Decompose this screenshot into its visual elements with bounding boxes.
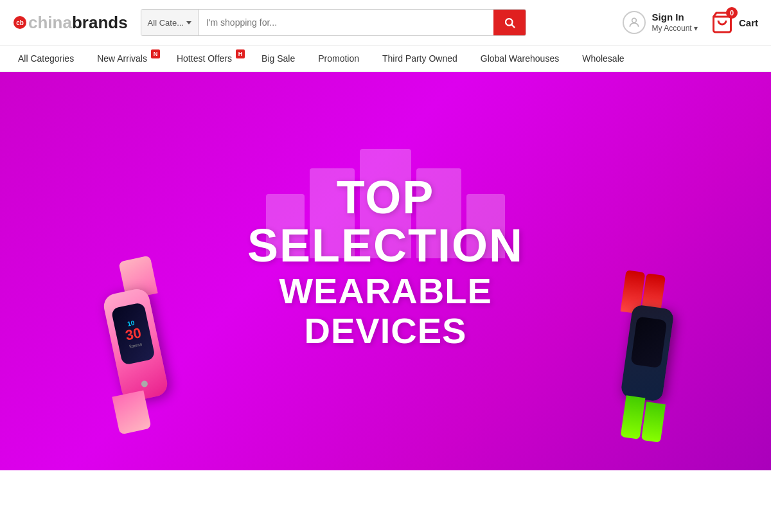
hero-line1: TOP <box>193 174 578 220</box>
cart-badge: 0 <box>726 7 738 19</box>
band-screen-text2: 30 <box>124 326 143 343</box>
search-button[interactable] <box>493 10 526 35</box>
hero-text: TOP SELECTION WEARABLE DEVICES <box>193 174 578 350</box>
nav-item-global-warehouses[interactable]: Global Warehouses <box>469 46 571 71</box>
search-input[interactable] <box>199 10 493 35</box>
nav-item-wholesale[interactable]: Wholesale <box>571 46 635 71</box>
band-left-screen: 10 30 fitness <box>111 302 155 366</box>
band-right-screen <box>630 316 667 368</box>
svg-point-4 <box>632 18 636 22</box>
band-right <box>610 271 694 445</box>
header: cb chinabrands All Cate... <box>0 0 771 45</box>
band-left: 10 30 fitness <box>103 265 186 432</box>
hero-line2: SELECTION <box>193 220 578 271</box>
account-text: Sign In My Account ▾ <box>652 11 698 33</box>
nav-list: All Categories New Arrivals N Hottest Of… <box>0 46 771 71</box>
nav-item-promotion[interactable]: Promotion <box>306 46 371 71</box>
logo[interactable]: cb chinabrands <box>13 13 128 33</box>
band-right-body <box>620 304 675 402</box>
search-category-label: All Cate... <box>148 18 184 28</box>
sign-in-label: Sign In <box>652 11 698 24</box>
band-screen-label: fitness <box>128 342 142 349</box>
svg-text:cb: cb <box>16 19 24 26</box>
search-bar: All Cate... <box>141 9 526 36</box>
nav-item-new-arrivals[interactable]: New Arrivals N <box>85 46 165 71</box>
search-category-dropdown[interactable]: All Cate... <box>141 10 199 35</box>
band-right-strap-green-bot2 <box>641 402 666 443</box>
hero-line3: WEARABLE DEVICES <box>193 271 578 350</box>
band-left-button <box>141 380 148 388</box>
logo-brands: brands <box>72 13 128 32</box>
band-left-body: 10 30 fitness <box>102 287 170 403</box>
header-right: Sign In My Account ▾ 0 Ca <box>623 11 758 34</box>
nav-badge-new: N <box>151 49 160 58</box>
dropdown-arrow-icon <box>186 21 191 24</box>
nav-item-third-party[interactable]: Third Party Owned <box>371 46 469 71</box>
main-nav: All Categories New Arrivals N Hottest Of… <box>0 45 771 72</box>
nav-badge-hot: H <box>236 49 245 58</box>
cart-area[interactable]: 0 Cart <box>711 11 758 34</box>
svg-line-3 <box>511 24 514 27</box>
cart-label: Cart <box>739 17 758 28</box>
hero-banner: TOP SELECTION WEARABLE DEVICES 10 30 fit… <box>0 72 771 470</box>
nav-item-hottest-offers[interactable]: Hottest Offers H <box>165 46 250 71</box>
account-area[interactable]: Sign In My Account ▾ <box>623 11 698 34</box>
nav-item-all-categories[interactable]: All Categories <box>6 46 85 71</box>
account-dropdown-arrow-icon: ▾ <box>694 24 698 33</box>
logo-china: china <box>28 13 72 32</box>
cart-icon-wrap: 0 <box>711 11 734 34</box>
my-account-label: My Account ▾ <box>652 24 698 34</box>
account-icon <box>623 11 646 34</box>
nav-item-big-sale[interactable]: Big Sale <box>250 46 306 71</box>
